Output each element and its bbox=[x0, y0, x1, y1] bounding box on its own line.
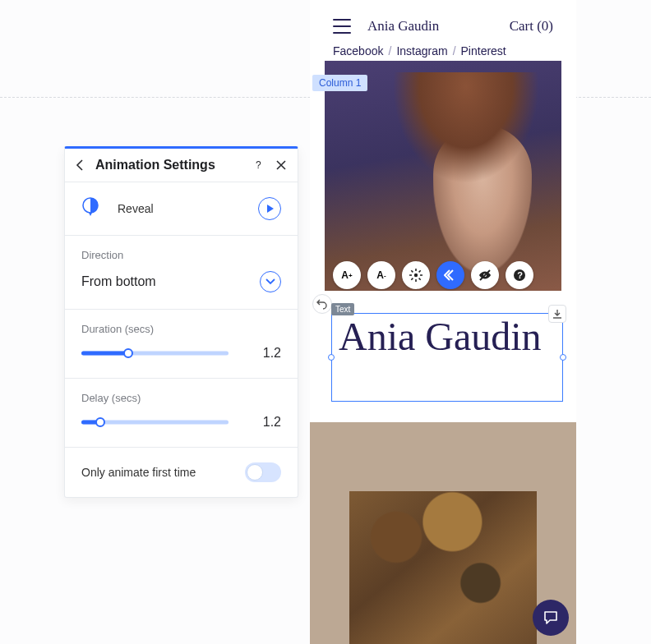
back-icon[interactable] bbox=[76, 159, 84, 171]
duration-label: Duration (secs) bbox=[81, 323, 281, 335]
social-pinterest[interactable]: Pinterest bbox=[461, 44, 506, 58]
duration-section: Duration (secs) 1.2 bbox=[65, 310, 298, 379]
social-facebook[interactable]: Facebook bbox=[333, 44, 383, 58]
info-button[interactable]: ? bbox=[506, 261, 533, 289]
menu-icon[interactable] bbox=[333, 19, 351, 34]
device-header: Ania Gaudin Cart (0) bbox=[310, 0, 576, 41]
selected-text-element[interactable]: Ania Gaudin bbox=[331, 313, 563, 402]
balloon-icon bbox=[81, 197, 99, 220]
play-button[interactable] bbox=[258, 197, 281, 220]
resize-handle-left[interactable] bbox=[328, 354, 335, 361]
svg-text:?: ? bbox=[256, 159, 261, 171]
font-decrease-button[interactable]: A- bbox=[367, 261, 395, 289]
close-icon[interactable] bbox=[276, 160, 286, 170]
direction-label: Direction bbox=[81, 249, 281, 261]
social-links: Facebook/ Instagram/ Pinterest bbox=[310, 41, 576, 61]
direction-value: From bottom bbox=[81, 274, 156, 289]
delay-section: Delay (secs) 1.2 bbox=[65, 379, 298, 448]
resize-handle-right[interactable] bbox=[560, 354, 566, 361]
effect-label: Reveal bbox=[118, 202, 240, 215]
duration-slider[interactable] bbox=[81, 345, 229, 361]
social-instagram[interactable]: Instagram bbox=[396, 44, 447, 58]
column-badge[interactable]: Column 1 bbox=[312, 75, 367, 91]
undo-button[interactable] bbox=[312, 294, 332, 314]
hero-image bbox=[325, 61, 561, 291]
delay-slider[interactable] bbox=[81, 414, 229, 430]
visibility-button[interactable] bbox=[471, 261, 499, 289]
duration-value: 1.2 bbox=[248, 346, 281, 361]
svg-text:?: ? bbox=[517, 270, 523, 280]
hero-title-text[interactable]: Ania Gaudin bbox=[332, 314, 562, 361]
font-increase-button[interactable]: A+ bbox=[333, 261, 361, 289]
panel-header: Animation Settings ? bbox=[65, 149, 298, 182]
direction-section: Direction From bottom bbox=[65, 236, 298, 310]
settings-button[interactable] bbox=[402, 261, 430, 289]
animation-button[interactable] bbox=[436, 261, 464, 289]
site-title: Ania Gaudin bbox=[367, 18, 493, 34]
direction-dropdown[interactable] bbox=[260, 271, 281, 292]
element-toolbar: A+ A- ? bbox=[333, 261, 533, 289]
secondary-image bbox=[349, 491, 537, 644]
panel-title: Animation Settings bbox=[95, 158, 242, 172]
cart-link[interactable]: Cart (0) bbox=[510, 18, 553, 34]
first-time-row: Only animate first time bbox=[65, 448, 298, 497]
download-button[interactable] bbox=[548, 305, 566, 323]
delay-label: Delay (secs) bbox=[81, 392, 281, 404]
animation-settings-panel: Animation Settings ? Reveal Direction Fr… bbox=[64, 146, 298, 498]
first-time-label: Only animate first time bbox=[81, 466, 196, 479]
element-type-badge: Text bbox=[331, 303, 354, 315]
chat-fab[interactable] bbox=[533, 600, 569, 636]
delay-value: 1.2 bbox=[248, 415, 281, 430]
svg-point-2 bbox=[414, 274, 418, 277]
help-icon[interactable]: ? bbox=[253, 159, 265, 171]
effect-row[interactable]: Reveal bbox=[65, 182, 298, 236]
first-time-toggle[interactable] bbox=[245, 462, 281, 482]
